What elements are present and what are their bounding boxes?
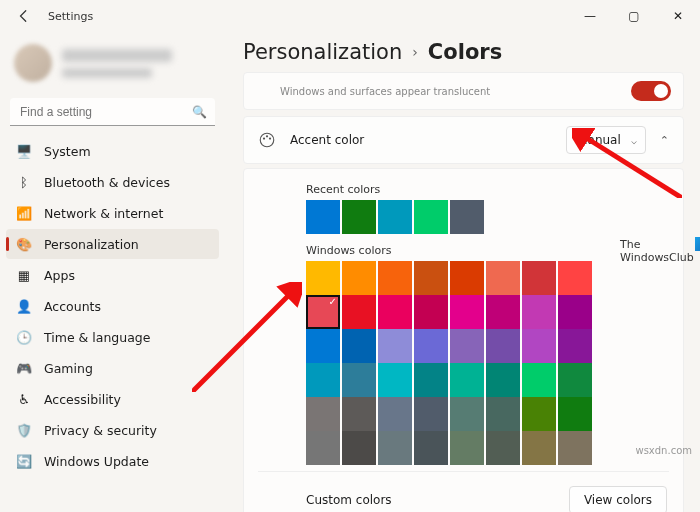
accent-mode-select[interactable]: Manual	[566, 126, 646, 154]
custom-colors-label: Custom colors	[306, 493, 392, 507]
sidebar-item-privacy-security[interactable]: 🛡️Privacy & security	[6, 415, 219, 445]
color-swatch[interactable]	[486, 295, 520, 329]
color-swatch[interactable]	[414, 431, 448, 465]
color-swatch[interactable]	[558, 363, 592, 397]
transparency-panel[interactable]: Windows and surfaces appear translucent	[243, 72, 684, 110]
color-swatch[interactable]	[522, 431, 556, 465]
sidebar-item-time-language[interactable]: 🕒Time & language	[6, 322, 219, 352]
sidebar-item-accounts[interactable]: 👤Accounts	[6, 291, 219, 321]
color-swatch[interactable]	[522, 261, 556, 295]
close-button[interactable]: ✕	[656, 1, 700, 31]
color-swatch[interactable]	[378, 329, 412, 363]
color-swatch[interactable]	[486, 261, 520, 295]
sidebar: 🔍 🖥️SystemᛒBluetooth & devices📶Network &…	[0, 32, 225, 512]
color-swatch[interactable]	[414, 261, 448, 295]
sidebar-item-system[interactable]: 🖥️System	[6, 136, 219, 166]
color-swatch[interactable]	[450, 431, 484, 465]
svg-point-2	[266, 135, 268, 137]
color-swatch[interactable]	[450, 295, 484, 329]
color-swatch[interactable]	[414, 363, 448, 397]
color-swatch[interactable]	[306, 329, 340, 363]
search-input[interactable]: 🔍	[10, 98, 215, 126]
user-block[interactable]	[6, 38, 219, 94]
sidebar-item-windows-update[interactable]: 🔄Windows Update	[6, 446, 219, 476]
color-swatch[interactable]	[378, 397, 412, 431]
color-swatch[interactable]	[450, 397, 484, 431]
nav-icon: ♿	[16, 391, 32, 407]
color-swatch[interactable]	[378, 200, 412, 234]
color-swatch[interactable]	[450, 200, 484, 234]
color-swatch[interactable]	[450, 261, 484, 295]
color-swatch[interactable]	[558, 397, 592, 431]
recent-colors-row	[306, 200, 669, 234]
color-swatch[interactable]	[378, 431, 412, 465]
recent-colors-label: Recent colors	[306, 183, 669, 196]
content: Personalization › Colors Windows and sur…	[225, 32, 700, 512]
color-swatch[interactable]	[558, 431, 592, 465]
accent-color-label: Accent color	[290, 133, 364, 147]
nav-label: Windows Update	[44, 454, 149, 469]
color-swatch[interactable]	[342, 431, 376, 465]
color-swatch[interactable]	[306, 397, 340, 431]
view-colors-button[interactable]: View colors	[569, 486, 667, 512]
color-swatch[interactable]	[486, 363, 520, 397]
chevron-up-icon[interactable]: ⌃	[656, 134, 673, 147]
color-swatch[interactable]	[306, 200, 340, 234]
nav-icon: 🕒	[16, 329, 32, 345]
color-swatch[interactable]	[486, 431, 520, 465]
color-swatch[interactable]	[450, 329, 484, 363]
color-swatch[interactable]	[522, 329, 556, 363]
transparency-toggle[interactable]	[631, 81, 671, 101]
color-swatch[interactable]	[414, 200, 448, 234]
color-swatch[interactable]	[342, 261, 376, 295]
title-bar: Settings — ▢ ✕	[0, 0, 700, 32]
color-swatch[interactable]	[414, 329, 448, 363]
color-swatch[interactable]	[342, 329, 376, 363]
color-swatch[interactable]	[306, 261, 340, 295]
color-swatch[interactable]	[306, 295, 340, 329]
color-swatch[interactable]	[414, 397, 448, 431]
color-swatch[interactable]	[486, 329, 520, 363]
sidebar-item-gaming[interactable]: 🎮Gaming	[6, 353, 219, 383]
nav-icon: 🛡️	[16, 422, 32, 438]
color-swatch[interactable]	[378, 363, 412, 397]
custom-colors-row: Custom colors View colors	[258, 471, 669, 512]
nav-label: Time & language	[44, 330, 150, 345]
nav-label: Personalization	[44, 237, 139, 252]
color-swatch[interactable]	[522, 397, 556, 431]
color-swatch[interactable]	[342, 397, 376, 431]
watermark-domain: wsxdn.com	[635, 445, 692, 456]
color-swatch[interactable]	[558, 261, 592, 295]
color-swatch[interactable]	[522, 295, 556, 329]
color-swatch[interactable]	[558, 329, 592, 363]
sidebar-item-apps[interactable]: ▦Apps	[6, 260, 219, 290]
color-swatch[interactable]	[486, 397, 520, 431]
minimize-button[interactable]: —	[568, 1, 612, 31]
color-swatch[interactable]	[342, 295, 376, 329]
breadcrumb: Personalization › Colors	[243, 40, 684, 64]
color-swatch[interactable]	[522, 363, 556, 397]
color-swatch[interactable]	[342, 200, 376, 234]
svg-point-3	[269, 137, 271, 139]
nav-label: Network & internet	[44, 206, 163, 221]
sidebar-item-accessibility[interactable]: ♿Accessibility	[6, 384, 219, 414]
breadcrumb-parent[interactable]: Personalization	[243, 40, 402, 64]
color-swatch[interactable]	[558, 295, 592, 329]
color-swatch[interactable]	[378, 295, 412, 329]
maximize-button[interactable]: ▢	[612, 1, 656, 31]
back-button[interactable]	[12, 4, 36, 28]
color-swatch[interactable]	[414, 295, 448, 329]
nav-label: Privacy & security	[44, 423, 157, 438]
color-swatch[interactable]	[450, 363, 484, 397]
sidebar-item-network-internet[interactable]: 📶Network & internet	[6, 198, 219, 228]
transparency-desc: Windows and surfaces appear translucent	[258, 86, 490, 97]
color-swatch[interactable]	[306, 431, 340, 465]
sidebar-item-bluetooth-devices[interactable]: ᛒBluetooth & devices	[6, 167, 219, 197]
breadcrumb-current: Colors	[428, 40, 502, 64]
color-swatch[interactable]	[342, 363, 376, 397]
search-field[interactable]	[18, 104, 192, 120]
sidebar-item-personalization[interactable]: 🎨Personalization	[6, 229, 219, 259]
color-swatch[interactable]	[306, 363, 340, 397]
color-swatch[interactable]	[378, 261, 412, 295]
accent-color-header[interactable]: Accent color Manual ⌃	[243, 116, 684, 164]
